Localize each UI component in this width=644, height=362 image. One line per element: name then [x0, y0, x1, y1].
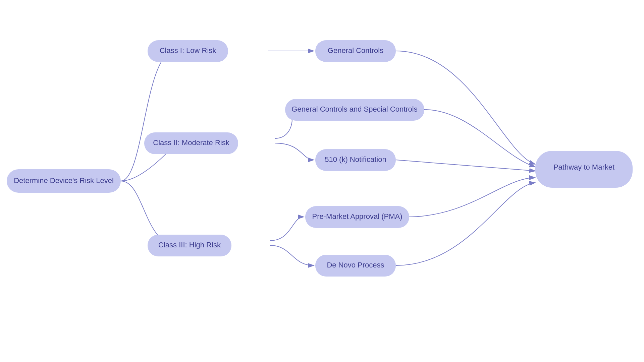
general-controls-label: General Controls: [328, 46, 383, 55]
pathway-label: Pathway to Market: [553, 163, 614, 171]
class3-label: Class III: High Risk: [158, 241, 221, 249]
class2-label: Class II: Moderate Risk: [153, 138, 229, 147]
denovo-label: De Novo Process: [327, 261, 384, 269]
class1-label: Class I: Low Risk: [160, 46, 217, 55]
fiveten-label: 510 (k) Notification: [325, 155, 386, 164]
pma-label: Pre-Market Approval (PMA): [312, 212, 402, 221]
determine-label: Determine Device's Risk Level: [14, 176, 114, 185]
gen-special-label: General Controls and Special Controls: [291, 105, 417, 113]
